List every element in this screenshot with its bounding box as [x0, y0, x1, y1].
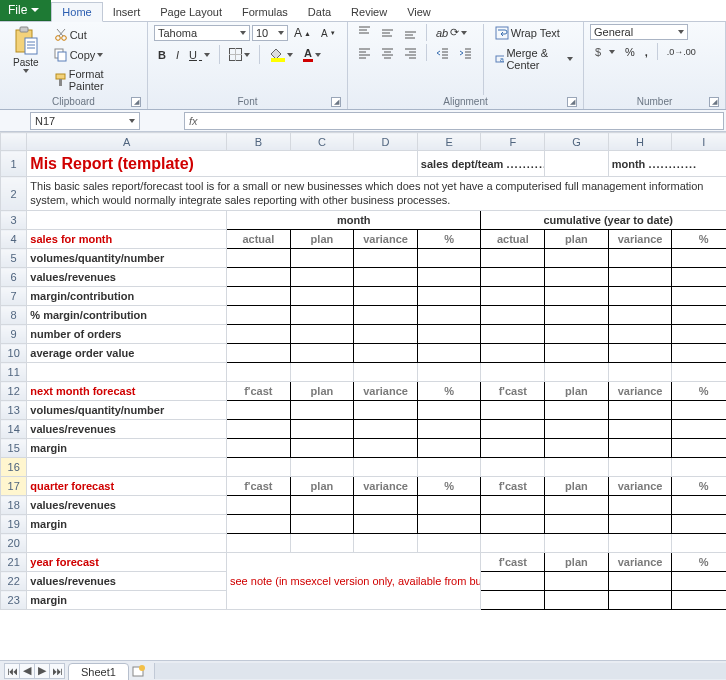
row-header[interactable]: 22: [1, 572, 27, 591]
merge-center-button[interactable]: aMerge & Center: [491, 45, 577, 73]
horizontal-scrollbar[interactable]: [154, 663, 726, 679]
col-header[interactable]: D: [354, 133, 418, 151]
chevron-down-icon: [461, 31, 467, 35]
increase-indent-button[interactable]: [455, 44, 476, 61]
row-header[interactable]: 4: [1, 230, 27, 249]
accounting-format-button[interactable]: $: [590, 43, 619, 60]
font-size-select[interactable]: 10: [252, 25, 288, 41]
bold-button[interactable]: B: [154, 47, 170, 63]
row-header[interactable]: 11: [1, 363, 27, 382]
row-header[interactable]: 8: [1, 306, 27, 325]
copy-button[interactable]: Copy: [50, 46, 141, 64]
spreadsheet-grid[interactable]: A B C D E F G H I 1 Mis Report (template…: [0, 132, 726, 660]
row-header[interactable]: 18: [1, 496, 27, 515]
col-header[interactable]: B: [226, 133, 290, 151]
row-header[interactable]: 10: [1, 344, 27, 363]
row-header[interactable]: 2: [1, 177, 27, 211]
grow-font-button[interactable]: A▲: [290, 24, 315, 42]
orientation-button[interactable]: ab⟳: [432, 24, 471, 41]
font-face-select[interactable]: Tahoma: [154, 25, 250, 41]
row-header[interactable]: 1: [1, 151, 27, 177]
dialog-launcher-icon[interactable]: ◢: [567, 97, 577, 107]
row-header[interactable]: 9: [1, 325, 27, 344]
file-tab[interactable]: File: [0, 0, 51, 21]
sheet-nav-next[interactable]: ▶: [34, 663, 50, 679]
formula-input[interactable]: fx: [184, 112, 724, 130]
dialog-launcher-icon[interactable]: ◢: [131, 97, 141, 107]
row-header[interactable]: 16: [1, 458, 27, 477]
fx-icon[interactable]: fx: [189, 115, 198, 127]
format-painter-button[interactable]: Format Painter: [50, 66, 141, 94]
paste-button[interactable]: Paste: [6, 24, 46, 73]
tab-home[interactable]: Home: [51, 2, 102, 22]
increase-decimal-button[interactable]: .0→.00: [663, 45, 700, 59]
row-header[interactable]: 21: [1, 553, 27, 572]
font-color-button[interactable]: A: [299, 45, 325, 64]
sheet-nav-first[interactable]: ⏮: [4, 663, 20, 679]
tab-page-layout[interactable]: Page Layout: [150, 3, 232, 21]
row-header[interactable]: 20: [1, 534, 27, 553]
decrease-indent-button[interactable]: [432, 44, 453, 61]
row-header[interactable]: 5: [1, 249, 27, 268]
sheet-tab[interactable]: Sheet1: [68, 663, 129, 681]
tab-view[interactable]: View: [397, 3, 441, 21]
format-painter-label: Format Painter: [69, 68, 137, 92]
name-box[interactable]: N17: [30, 112, 140, 130]
currency-icon: $: [594, 45, 607, 58]
sheet-nav-last[interactable]: ⏭: [49, 663, 65, 679]
row-header[interactable]: 19: [1, 515, 27, 534]
sheet-nav-prev[interactable]: ◀: [19, 663, 35, 679]
row-header[interactable]: 3: [1, 211, 27, 230]
col-variance: variance: [608, 382, 672, 401]
col-header[interactable]: C: [290, 133, 354, 151]
tab-data[interactable]: Data: [298, 3, 341, 21]
percent-format-button[interactable]: %: [621, 44, 639, 60]
col-header[interactable]: F: [481, 133, 545, 151]
select-all-corner[interactable]: [1, 133, 27, 151]
fill-color-button[interactable]: [265, 46, 297, 64]
tab-formulas[interactable]: Formulas: [232, 3, 298, 21]
dialog-launcher-icon[interactable]: ◢: [331, 97, 341, 107]
new-sheet-button[interactable]: [131, 663, 147, 679]
align-middle-button[interactable]: [377, 24, 398, 41]
svg-point-51: [139, 665, 145, 671]
comma-format-button[interactable]: ,: [641, 44, 652, 60]
row-header[interactable]: 6: [1, 268, 27, 287]
col-header[interactable]: A: [27, 133, 227, 151]
file-tab-label: File: [8, 3, 27, 17]
row-header[interactable]: 12: [1, 382, 27, 401]
row-header[interactable]: 15: [1, 439, 27, 458]
tab-insert[interactable]: Insert: [103, 3, 151, 21]
align-left-button[interactable]: [354, 44, 375, 61]
scissors-icon: [54, 28, 68, 42]
dialog-launcher-icon[interactable]: ◢: [709, 97, 719, 107]
underline-button[interactable]: U: [185, 47, 214, 63]
align-top-icon: [358, 26, 371, 39]
col-header[interactable]: I: [672, 133, 726, 151]
shrink-font-button[interactable]: A▼: [317, 26, 340, 41]
month-dots: ............: [648, 158, 697, 170]
chevron-down-icon: [23, 69, 29, 73]
number-format-select[interactable]: General: [590, 24, 688, 40]
report-description: This basic sales report/forecast tool is…: [27, 177, 726, 211]
row-header[interactable]: 14: [1, 420, 27, 439]
row-header[interactable]: 23: [1, 591, 27, 610]
align-right-button[interactable]: [400, 44, 421, 61]
wrap-text-button[interactable]: Wrap Text: [491, 24, 577, 42]
row-header[interactable]: 13: [1, 401, 27, 420]
align-bottom-button[interactable]: [400, 24, 421, 41]
row-header[interactable]: 7: [1, 287, 27, 306]
cut-label: Cut: [70, 29, 87, 41]
italic-button[interactable]: I: [172, 47, 183, 63]
align-top-button[interactable]: [354, 24, 375, 41]
row-header[interactable]: 17: [1, 477, 27, 496]
col-header[interactable]: G: [545, 133, 609, 151]
align-center-icon: [381, 46, 394, 59]
col-header[interactable]: H: [608, 133, 672, 151]
col-header[interactable]: E: [417, 133, 481, 151]
align-center-button[interactable]: [377, 44, 398, 61]
tab-review[interactable]: Review: [341, 3, 397, 21]
cut-button[interactable]: Cut: [50, 26, 141, 44]
borders-button[interactable]: [225, 46, 254, 63]
row-label: average order value: [27, 344, 227, 363]
